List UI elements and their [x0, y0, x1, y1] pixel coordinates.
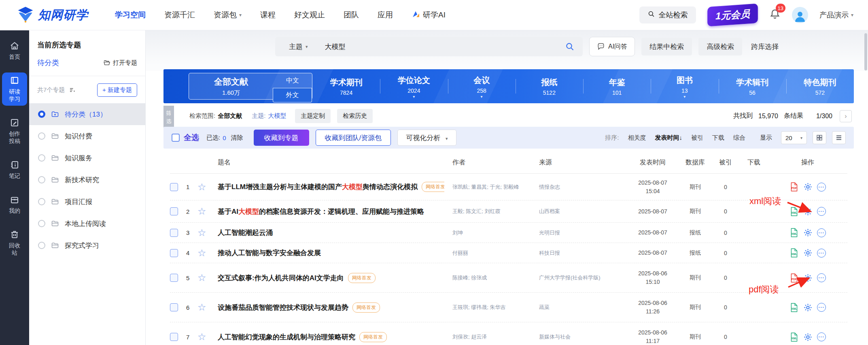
authors[interactable]: 陈接峰; 徐张成	[444, 274, 529, 281]
more-actions-icon[interactable]: ···	[817, 332, 826, 341]
authors[interactable]: 张凯航; 董昌其; 于光; 郭毅峰	[444, 183, 529, 191]
pdf-read-icon[interactable]: PDF	[789, 273, 799, 283]
nav-item-3[interactable]: 资源包▾	[214, 10, 242, 20]
topic-item-7[interactable]: 探究式学习	[29, 234, 145, 256]
tab-2[interactable]: 学术期刊7824	[312, 69, 380, 103]
authors[interactable]: 刘坤	[444, 229, 529, 236]
ai-tools-gear-icon[interactable]	[803, 228, 813, 237]
document-title[interactable]: 人工智能潮起云涌	[218, 228, 444, 237]
topic-radio[interactable]	[38, 132, 45, 140]
page-scrollbar[interactable]	[864, 33, 867, 70]
ai-tools-gear-icon[interactable]	[803, 303, 813, 312]
header-cited[interactable]: 被引	[711, 158, 740, 167]
nav-item-7[interactable]: 应用	[378, 10, 393, 20]
current-topic[interactable]: 待分类	[37, 58, 59, 68]
search-history-button[interactable]: 检索历史	[337, 109, 373, 123]
source[interactable]: 光明日报	[529, 229, 626, 236]
ai-qa-button[interactable]: AI问答	[589, 37, 635, 56]
xml-read-icon[interactable]: XML	[789, 207, 799, 216]
source[interactable]: 情报杂志	[529, 183, 626, 191]
more-actions-icon[interactable]: ···	[817, 207, 826, 216]
ai-tools-gear-icon[interactable]	[803, 207, 813, 216]
topic-radio[interactable]	[38, 220, 45, 227]
ai-tools-gear-icon[interactable]	[803, 332, 813, 342]
topic-radio[interactable]	[38, 242, 45, 249]
search-within-results-button[interactable]: 结果中检索	[641, 38, 692, 55]
tab-8[interactable]: 学术辑刊56	[719, 69, 786, 103]
select-all-checkbox[interactable]	[172, 134, 180, 142]
nav-item-2[interactable]: 资源千汇	[164, 10, 195, 20]
nav-item-5[interactable]: 好文观止	[294, 10, 325, 20]
tab-6[interactable]: 年鉴101	[583, 69, 651, 103]
source[interactable]: 山西档案	[529, 208, 626, 215]
topic-custom-button[interactable]: 主题定制	[295, 109, 331, 123]
sort-option-5[interactable]: 综合	[733, 134, 745, 142]
ai-tools-gear-icon[interactable]	[803, 248, 813, 258]
nav-item-4[interactable]: 课程	[260, 10, 276, 20]
row-checkbox[interactable]	[170, 333, 178, 341]
tab-9[interactable]: 特色期刊572	[786, 69, 854, 103]
document-title[interactable]: 基于LLM增强主题分析与主体建模的国产大模型舆情动态演化模拟网络首发	[218, 182, 444, 192]
topic-radio[interactable]	[38, 176, 45, 183]
row-checkbox[interactable]	[170, 207, 178, 215]
source[interactable]: 科技日报	[529, 249, 626, 257]
tab-7[interactable]: 图书13▾	[651, 69, 718, 103]
document-title[interactable]: 交互式叙事:作为人机共同体的AI文学走向网络首发	[218, 273, 444, 283]
search-box[interactable]: 主题 ▾ 大模型	[275, 37, 583, 56]
document-title[interactable]: 基于AI大模型的档案信息资源开发：逻辑机理、应用赋能与推进策略	[218, 207, 444, 216]
next-page-button[interactable]: ›	[840, 110, 852, 122]
row-checkbox[interactable]	[170, 274, 178, 282]
sort-option-2[interactable]: 发表时间↓	[655, 134, 683, 142]
star-icon[interactable]: ☆	[197, 273, 218, 283]
source[interactable]: 蔬菜	[529, 304, 626, 311]
open-topic-button[interactable]: 打开专题	[103, 59, 137, 67]
sidebar-item-note[interactable]: 笔记	[2, 157, 27, 183]
star-icon[interactable]: ☆	[197, 302, 218, 312]
logo[interactable]: 知网研学	[17, 6, 88, 24]
tab-5[interactable]: 报纸5122	[516, 69, 583, 103]
site-search-button[interactable]: 全站检索	[639, 6, 696, 23]
sort-option-3[interactable]: 被引	[691, 134, 703, 142]
ai-tools-gear-icon[interactable]	[803, 273, 813, 283]
star-icon[interactable]: ☆	[197, 207, 218, 216]
star-icon[interactable]: ☆	[197, 182, 218, 192]
visual-analysis-button[interactable]: 可视化分析 ▾	[397, 130, 456, 146]
grid-view-button[interactable]	[813, 131, 826, 144]
topic-item-6[interactable]: 本地上传阅读	[29, 213, 145, 234]
search-scope-dropdown[interactable]: 主题 ▾	[283, 42, 314, 51]
document-title[interactable]: 人工智能幻觉现象的生成机制与治理策略研究网络首发	[218, 332, 444, 342]
document-title[interactable]: 设施番茄品质智能管控技术现状与发展趋势网络首发	[218, 302, 444, 313]
more-actions-icon[interactable]: ···	[817, 228, 826, 237]
advanced-search-button[interactable]: 高级检索	[698, 38, 742, 55]
sort-option-1[interactable]: 相关度	[628, 134, 646, 142]
more-actions-icon[interactable]: ···	[817, 303, 826, 312]
xml-read-icon[interactable]: XML	[789, 248, 799, 258]
select-all-label[interactable]: 全选	[184, 132, 199, 143]
more-actions-icon[interactable]: ···	[817, 183, 826, 192]
star-icon[interactable]: ☆	[197, 332, 218, 342]
sort-option-4[interactable]: 下载	[712, 134, 724, 142]
topic-radio[interactable]	[38, 154, 45, 162]
clear-selection-button[interactable]: 清除	[231, 134, 243, 142]
topic-item-1[interactable]: 待分类（13）	[29, 103, 145, 125]
cross-db-select-button[interactable]: 跨库选择	[751, 42, 779, 51]
new-topic-button[interactable]: + 新建专题	[97, 83, 137, 97]
star-icon[interactable]: ☆	[197, 248, 218, 258]
member-badge[interactable]: 1元会员	[707, 4, 758, 27]
sidebar-item-book[interactable]: 研读学习	[2, 72, 27, 106]
tab-3[interactable]: 学位论文2024▾	[380, 69, 448, 103]
sidebar-item-bag[interactable]: 我的	[2, 192, 27, 217]
source[interactable]: 广州大学学报(社会科学版)	[529, 274, 626, 281]
row-checkbox[interactable]	[170, 303, 178, 311]
topic-radio[interactable]	[38, 111, 45, 118]
nav-item-1[interactable]: 学习空间	[115, 10, 146, 20]
language-toggle-chinese[interactable]: 中文	[273, 77, 312, 85]
collect-to-team-button[interactable]: 收藏到团队/资源包	[316, 130, 391, 146]
language-toggle-foreign[interactable]: 外文	[273, 88, 312, 102]
header-download[interactable]: 下载	[740, 158, 768, 167]
tab-all-documents[interactable]: 全部文献 1.60万 中文 外文	[189, 73, 312, 100]
ai-tools-gear-icon[interactable]	[803, 182, 813, 192]
nav-item-8[interactable]: 研学AI	[412, 10, 446, 21]
xml-read-icon[interactable]: XML	[789, 332, 799, 342]
notification-bell[interactable]: 13	[769, 9, 781, 21]
